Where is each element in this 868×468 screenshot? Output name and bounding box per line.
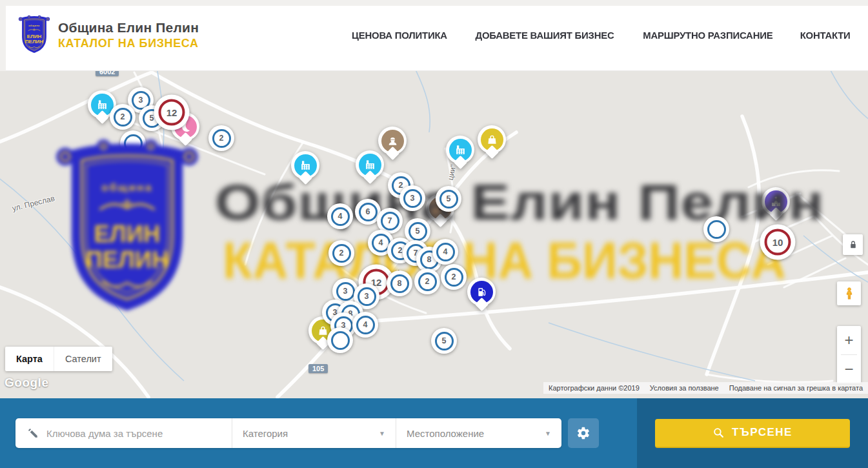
cluster-count: 10 (772, 237, 783, 248)
cluster-ring: 4 (436, 243, 455, 261)
cluster-ring: 2 (418, 272, 437, 291)
cluster-marker[interactable] (703, 216, 729, 242)
cluster-count: 3 (343, 287, 348, 296)
header: Община Елин Пелин КАТАЛОГ НА БИЗНЕСА ЦЕН… (0, 0, 868, 71)
cluster-count: 2 (425, 277, 430, 286)
cluster-count: 4 (379, 238, 383, 247)
location-select[interactable]: Местоположение ▼ (396, 418, 561, 448)
cluster-marker[interactable]: 4 (327, 203, 353, 229)
cluster-ring: 2 (212, 129, 231, 148)
nav-item-bus-schedule[interactable]: МАРШРУТНО РАЗПИСАНИЕ (643, 30, 772, 41)
map-type-satellite-button[interactable]: Сателит (54, 347, 112, 371)
cluster-count: 12 (167, 107, 177, 118)
zoom-in-button[interactable]: + (837, 326, 861, 354)
search-fields-area: Категория ▼ Местоположение ▼ (0, 398, 637, 468)
cluster-count: 5 (442, 336, 447, 345)
cluster-count: 5 (416, 227, 420, 236)
cluster-ring: 12 (159, 99, 185, 126)
cluster-ring: 3 (403, 189, 422, 208)
cluster-marker[interactable]: 5 (436, 186, 461, 212)
cluster-count: 4 (443, 247, 448, 256)
cluster-ring: 6 (359, 203, 378, 221)
gear-icon (576, 426, 590, 440)
search-button[interactable]: ТЪРСЕНЕ (655, 419, 850, 448)
cluster-ring: 4 (356, 316, 375, 334)
site-subtitle: КАТАЛОГ НА БИЗНЕСА (58, 37, 199, 50)
chevron-down-icon: ▼ (545, 430, 551, 437)
google-logo[interactable]: Google (5, 376, 48, 390)
cluster-count: 3 (365, 292, 369, 301)
advanced-search-button[interactable] (568, 418, 599, 448)
cluster-marker[interactable]: 2 (208, 125, 234, 151)
cluster-marker[interactable]: 2 (414, 269, 440, 294)
pencil-icon (27, 427, 39, 439)
search-bar: Категория ▼ Местоположение ▼ ТЪРСЕНЕ (0, 398, 868, 468)
street-view-pegman-button[interactable] (837, 281, 861, 305)
attribution-copyright: Картографски данни ©2019 (549, 384, 640, 392)
site-title: Община Елин Пелин (58, 20, 199, 36)
cluster-marker[interactable]: 2 (441, 264, 467, 290)
cluster-count: 2 (339, 249, 344, 258)
search-submit-area: ТЪРСЕНЕ (637, 398, 868, 468)
cluster-ring: 2 (114, 108, 132, 127)
cluster-count: 4 (363, 320, 368, 329)
cluster-count: 2 (452, 272, 456, 281)
location-select-value: Местоположение (407, 428, 484, 439)
cluster-ring: 8 (390, 274, 409, 293)
cluster-marker[interactable]: 5 (431, 328, 457, 354)
map-type-control: Карта Сателит (5, 347, 112, 371)
attribution-report-error-link[interactable]: Подаване на сигнал за грешка в картата (729, 384, 863, 392)
category-select[interactable]: Категория ▼ (232, 418, 396, 448)
cluster-marker[interactable]: 2 (110, 104, 136, 130)
cluster-ring: 2 (445, 268, 463, 287)
nav-item-add-business[interactable]: ДОБАВЕТЕ ВАШИЯТ БИЗНЕС (475, 30, 614, 41)
page-left-margin (0, 0, 6, 71)
chevron-down-icon: ▼ (379, 430, 385, 437)
cluster-ring: 5 (409, 222, 427, 241)
cluster-count: 2 (121, 112, 125, 121)
pegman-icon (842, 287, 856, 301)
search-pill: Категория ▼ Местоположение ▼ (15, 418, 561, 448)
cluster-marker[interactable]: 10 (760, 225, 796, 260)
cluster-count: 3 (410, 194, 415, 203)
nav-item-pricing[interactable]: ЦЕНОВА ПОЛИТИКА (352, 30, 447, 41)
cluster-ring (331, 331, 350, 350)
category-select-value: Категория (243, 428, 288, 439)
cluster-count: 6 (366, 207, 370, 216)
cluster-count: 7 (388, 216, 392, 225)
map-cluster-layer: 325122235647542784212822333834510 (0, 71, 868, 398)
search-button-label: ТЪРСЕНЕ (732, 426, 792, 439)
municipality-crest-icon (18, 15, 50, 55)
cluster-ring: 7 (381, 212, 399, 230)
cluster-count: 2 (399, 181, 403, 190)
cluster-marker[interactable]: 4 (352, 312, 378, 338)
attribution-terms-link[interactable]: Условия за ползване (650, 384, 719, 392)
cluster-count: 8 (427, 255, 432, 264)
cluster-marker[interactable]: 2 (328, 240, 354, 266)
main-nav: ЦЕНОВА ПОЛИТИКАДОБАВЕТЕ ВАШИЯТ БИЗНЕСМАР… (350, 0, 851, 71)
site-title-block: Община Елин Пелин КАТАЛОГ НА БИЗНЕСА (58, 20, 199, 50)
zoom-out-button[interactable]: − (837, 355, 861, 383)
page: Община Елин Пелин КАТАЛОГ НА БИЗНЕСА ЦЕН… (0, 0, 868, 468)
cluster-marker[interactable] (327, 327, 353, 353)
map-canvas[interactable]: ул. Преславбул. „Новоселции“ 6002105 Общ… (0, 71, 868, 398)
cluster-marker[interactable]: 4 (432, 239, 458, 265)
cluster-count: 2 (398, 246, 403, 255)
nav-item-contacts[interactable]: КОНТАКТИ (800, 30, 850, 41)
cluster-ring: 5 (439, 190, 458, 209)
fullscreen-lock-button[interactable] (843, 234, 863, 255)
cluster-ring: 2 (332, 244, 351, 263)
cluster-count: 4 (338, 212, 343, 221)
lock-icon (847, 239, 859, 250)
cluster-marker[interactable]: 8 (387, 270, 412, 296)
cluster-marker[interactable]: 12 (154, 95, 190, 130)
cluster-ring (707, 220, 726, 239)
cluster-marker[interactable]: 3 (399, 185, 425, 211)
cluster-ring: 5 (435, 332, 454, 351)
site-logo[interactable]: Община Елин Пелин КАТАЛОГ НА БИЗНЕСА (18, 15, 199, 55)
cluster-ring: 10 (765, 229, 791, 256)
cluster-ring: 3 (358, 287, 376, 306)
cluster-count: 5 (150, 114, 154, 123)
keyword-input[interactable] (46, 428, 223, 439)
map-type-map-button[interactable]: Карта (5, 347, 54, 371)
